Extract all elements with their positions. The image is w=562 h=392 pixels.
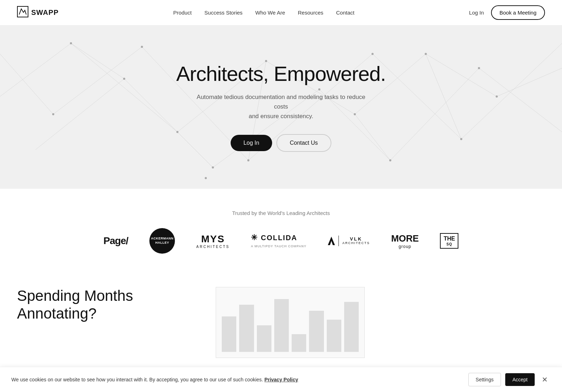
logos-row: Page/ ACKERMANN HALLEY MYS ARCHITECTS ✳ … — [17, 230, 545, 252]
logo-link[interactable]: SWAPP — [17, 6, 59, 19]
nav-resources[interactable]: Resources — [298, 10, 324, 16]
logo-thesq: THE SQ — [440, 230, 458, 252]
hero-login-button[interactable]: Log In — [231, 135, 272, 151]
svg-point-33 — [212, 166, 214, 169]
svg-point-31 — [496, 95, 498, 98]
trusted-label: Trusted by the World's Leading Architect… — [17, 210, 545, 216]
svg-marker-43 — [328, 237, 335, 245]
spending-title: Spending Months Annotating? — [17, 287, 194, 323]
logo-more: MORE group — [391, 230, 419, 252]
navbar: SWAPP Product Success Stories Who We Are… — [0, 0, 562, 26]
brand-name: SWAPP — [31, 9, 59, 17]
spending-text: Spending Months Annotating? — [17, 287, 194, 323]
nav-links: Product Success Stories Who We Are Resou… — [173, 10, 354, 16]
svg-point-32 — [123, 78, 125, 80]
svg-point-41 — [460, 138, 462, 140]
spending-visual — [216, 287, 365, 358]
hero-title: Architects, Empowered. — [176, 62, 386, 85]
hero-buttons: Log In Contact Us — [176, 134, 386, 152]
svg-point-26 — [70, 42, 72, 44]
svg-point-40 — [371, 53, 374, 55]
svg-point-37 — [52, 113, 54, 115]
nav-who-we-are[interactable]: Who We Are — [255, 10, 285, 16]
nav-contact[interactable]: Contact — [336, 10, 354, 16]
svg-point-28 — [265, 60, 267, 62]
logo-vlk: VLK ARCHITECTS — [328, 230, 370, 252]
hero-content: Architects, Empowered. Automate tedious … — [176, 62, 386, 151]
nav-actions: Log In Book a Meeting — [469, 5, 545, 20]
nav-product[interactable]: Product — [173, 10, 192, 16]
logo-ackermann: ACKERMANN HALLEY — [149, 230, 175, 252]
hero-contact-button[interactable]: Contact Us — [276, 134, 331, 152]
nav-success-stories[interactable]: Success Stories — [204, 10, 243, 16]
svg-point-38 — [141, 46, 143, 48]
trusted-section: Trusted by the World's Leading Architect… — [0, 189, 562, 266]
logo-icon — [17, 6, 28, 19]
svg-point-42 — [205, 177, 207, 179]
login-button[interactable]: Log In — [469, 10, 484, 16]
book-meeting-button[interactable]: Book a Meeting — [491, 5, 545, 20]
logo-collida: ✳ COLLIDA A MULTIPDY TAUCH COMPANY — [251, 230, 307, 252]
spending-section: Spending Months Annotating? — [0, 266, 562, 365]
svg-point-30 — [425, 53, 427, 55]
svg-point-36 — [478, 67, 480, 69]
hero-subtitle: Automate tedious documentation and model… — [196, 92, 366, 121]
logo-mys: MYS ARCHITECTS — [196, 230, 230, 252]
logo-page: Page/ — [104, 230, 128, 252]
svg-point-35 — [389, 159, 391, 161]
svg-point-39 — [247, 159, 249, 161]
hero-section: Architects, Empowered. Automate tedious … — [0, 26, 562, 189]
